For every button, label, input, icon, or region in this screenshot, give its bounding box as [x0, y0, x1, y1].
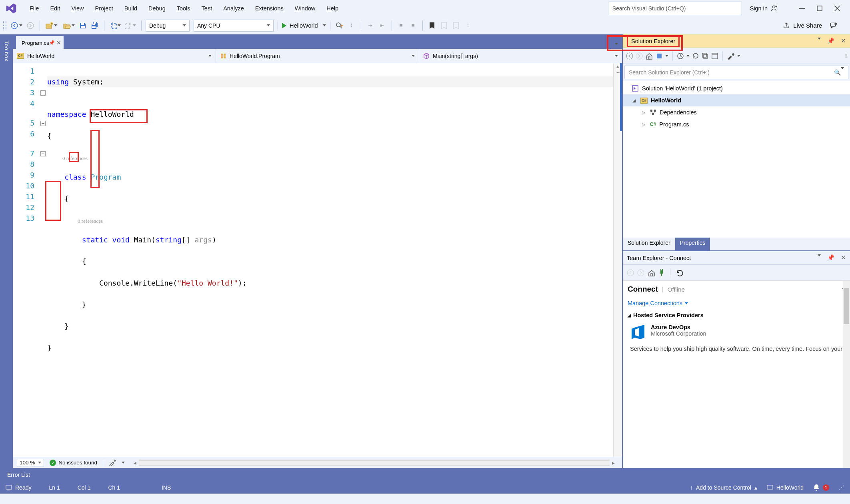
fold-method-icon[interactable]: −: [40, 151, 46, 156]
te-forward-icon[interactable]: [637, 269, 644, 276]
pin-icon[interactable]: 📌: [49, 40, 55, 46]
hosted-providers-heading[interactable]: ◢Hosted Service Providers: [623, 309, 850, 322]
tab-properties[interactable]: Properties: [675, 238, 710, 250]
menu-tools[interactable]: Tools: [172, 4, 195, 13]
comment-button[interactable]: ≡: [396, 20, 406, 31]
manage-connections-link[interactable]: Manage Connections: [623, 298, 850, 309]
find-button[interactable]: ▸: [334, 20, 345, 31]
tree-dependencies-node[interactable]: ▷ Dependencies: [623, 106, 850, 118]
properties-icon[interactable]: [727, 52, 735, 60]
plug-icon[interactable]: [659, 269, 664, 277]
menu-window[interactable]: Window: [290, 4, 320, 13]
menu-build[interactable]: Build: [120, 4, 142, 13]
live-share-button[interactable]: Live Share: [783, 22, 822, 29]
pin-panel-icon[interactable]: 📌: [827, 38, 834, 44]
team-explorer-title[interactable]: Team Explorer - Connect 📌 ✕: [623, 251, 850, 265]
home-icon[interactable]: [645, 52, 653, 60]
source-control-button[interactable]: ↑Add to Source Control▴: [690, 484, 757, 491]
caret-down-icon[interactable]: ◢: [632, 98, 637, 103]
notifications-button[interactable]: 1: [813, 484, 829, 491]
menu-extensions[interactable]: Extensions: [250, 4, 288, 13]
issues-indicator[interactable]: ✓No issues found: [50, 460, 97, 466]
global-search-input[interactable]: Search Visual Studio (Ctrl+Q): [608, 2, 742, 15]
start-debug-button[interactable]: HelloWorld: [282, 22, 326, 29]
toolbar-grip[interactable]: [3, 21, 6, 30]
window-minimize-button[interactable]: [798, 4, 806, 12]
fold-class-icon[interactable]: −: [40, 121, 46, 126]
nav-class-dropdown[interactable]: HelloWorld.Program: [216, 49, 419, 63]
bookmark-button[interactable]: [427, 20, 437, 31]
bookmark-next-button[interactable]: [451, 20, 461, 31]
menu-file[interactable]: File: [25, 4, 44, 13]
menu-help[interactable]: Help: [322, 4, 343, 13]
indent-out-button[interactable]: ⇥: [365, 20, 376, 31]
code-editor[interactable]: 12345678910111213 − − − using System; na…: [13, 63, 622, 457]
toolbar-overflow-2[interactable]: ⁞: [463, 20, 473, 31]
uncomment-button[interactable]: ≡: [408, 20, 418, 31]
document-tab-program[interactable]: Program.cs 📌 ✕: [16, 36, 64, 49]
window-close-button[interactable]: [833, 4, 841, 12]
close-tab-icon[interactable]: ✕: [56, 40, 61, 46]
new-project-button[interactable]: ✱: [44, 20, 58, 31]
close-panel-icon[interactable]: ✕: [841, 38, 846, 44]
resize-grip-icon[interactable]: ⋰: [839, 484, 844, 491]
se-back-icon[interactable]: [626, 52, 633, 60]
devops-provider[interactable]: Azure DevOpsMicrosoft Corporation: [623, 322, 850, 342]
fold-namespace-icon[interactable]: −: [40, 90, 46, 96]
refresh-se-icon[interactable]: [692, 52, 699, 60]
open-file-button[interactable]: [62, 20, 76, 31]
editor-scrollbar[interactable]: ▴‒: [613, 63, 622, 457]
tree-file-node[interactable]: ▷ C# Program.cs: [623, 118, 850, 130]
nav-project-dropdown[interactable]: C#HelloWorld: [13, 49, 216, 63]
te-home-icon[interactable]: [648, 269, 656, 276]
toolbar-overflow-1[interactable]: ⁞: [346, 20, 357, 31]
connect-header[interactable]: Connect|Offline: [623, 281, 850, 298]
team-scrollbar[interactable]: [843, 281, 850, 468]
feedback-icon[interactable]: [830, 22, 837, 29]
save-button[interactable]: [78, 20, 88, 31]
panel-menu-icon[interactable]: [818, 38, 821, 40]
undo-button[interactable]: [108, 20, 122, 31]
tab-solution-explorer[interactable]: Solution Explorer: [623, 238, 675, 250]
fold-gutter[interactable]: − − −: [38, 63, 47, 457]
code-text-area[interactable]: using System; namespace HelloWorld { 0 r…: [47, 63, 613, 457]
solution-tree[interactable]: Solution 'HelloWorld' (1 project) ◢ C# H…: [623, 81, 850, 238]
indent-in-button[interactable]: ⇤: [377, 20, 388, 31]
tabs-overflow-icon[interactable]: [615, 43, 618, 45]
se-forward-icon[interactable]: [636, 52, 643, 60]
window-maximize-button[interactable]: [816, 4, 824, 12]
panel-menu-icon[interactable]: [818, 254, 821, 256]
screwdriver-icon[interactable]: [109, 460, 116, 466]
close-panel-icon[interactable]: ✕: [841, 254, 846, 261]
zoom-dropdown[interactable]: 100 %: [17, 459, 44, 466]
horizontal-scrollbar[interactable]: ◂▸: [130, 460, 618, 466]
pin-panel-icon[interactable]: 📌: [827, 254, 834, 261]
collapse-all-icon[interactable]: [702, 52, 709, 60]
error-list-tab[interactable]: Error List: [0, 468, 850, 482]
solution-explorer-title[interactable]: Solution Explorer 📌 ✕: [623, 34, 850, 48]
history-icon[interactable]: [677, 52, 684, 60]
save-all-button[interactable]: [90, 20, 100, 31]
redo-button[interactable]: [124, 20, 137, 31]
platform-dropdown[interactable]: Any CPU: [194, 20, 274, 32]
tree-solution-node[interactable]: Solution 'HelloWorld' (1 project): [623, 82, 850, 94]
menu-test[interactable]: Test: [197, 4, 217, 13]
menu-edit[interactable]: Edit: [45, 4, 65, 13]
tree-project-node[interactable]: ◢ C# HelloWorld: [623, 94, 850, 106]
te-back-icon[interactable]: [627, 269, 634, 276]
nav-forward-button[interactable]: [25, 20, 36, 31]
toolbar-more-icon[interactable]: ⁞: [845, 53, 847, 59]
sync-icon[interactable]: [656, 52, 663, 60]
menu-project[interactable]: Project: [90, 4, 118, 13]
menu-debug[interactable]: Debug: [144, 4, 170, 13]
bookmark-prev-button[interactable]: [439, 20, 449, 31]
caret-right-icon[interactable]: ▷: [642, 110, 647, 115]
menu-analyze[interactable]: Analyze: [218, 4, 249, 13]
menu-view[interactable]: View: [66, 4, 88, 13]
caret-right-icon[interactable]: ▷: [642, 122, 647, 127]
config-dropdown[interactable]: Debug: [146, 20, 190, 32]
nav-method-dropdown[interactable]: Main(string[] args): [419, 49, 622, 63]
solution-search-input[interactable]: Search Solution Explorer (Ctrl+;)🔍: [624, 66, 848, 79]
toolbox-sidebar[interactable]: Toolbox: [0, 34, 13, 468]
show-all-icon[interactable]: [711, 52, 718, 60]
